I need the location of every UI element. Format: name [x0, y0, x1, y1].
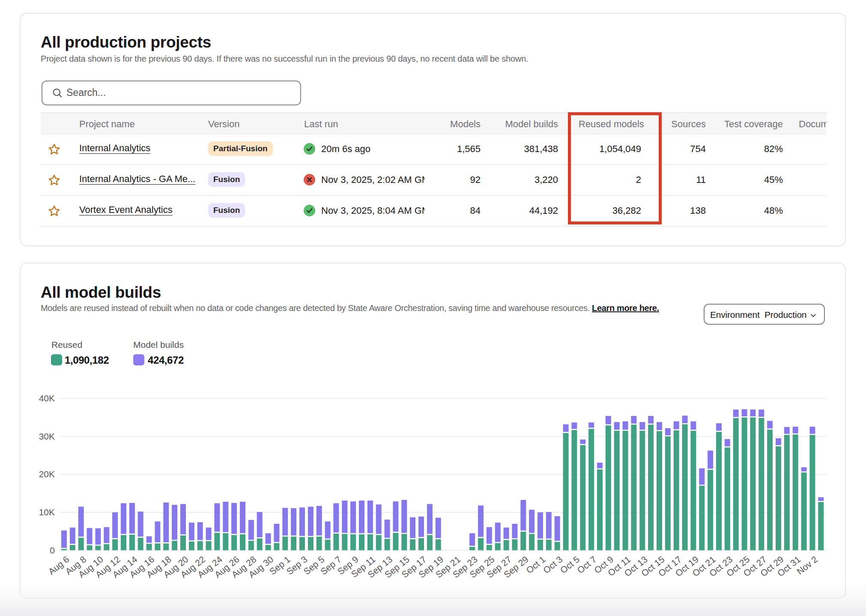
- svg-text:Oct 5: Oct 5: [558, 554, 582, 575]
- svg-text:Oct 1: Oct 1: [524, 554, 547, 575]
- svg-text:20K: 20K: [39, 469, 55, 479]
- svg-text:30K: 30K: [39, 431, 55, 441]
- svg-text:10K: 10K: [39, 507, 55, 517]
- svg-text:Oct 3: Oct 3: [541, 554, 564, 575]
- svg-text:Oct 7: Oct 7: [575, 554, 598, 575]
- svg-text:0: 0: [50, 545, 55, 555]
- svg-text:40K: 40K: [39, 393, 55, 403]
